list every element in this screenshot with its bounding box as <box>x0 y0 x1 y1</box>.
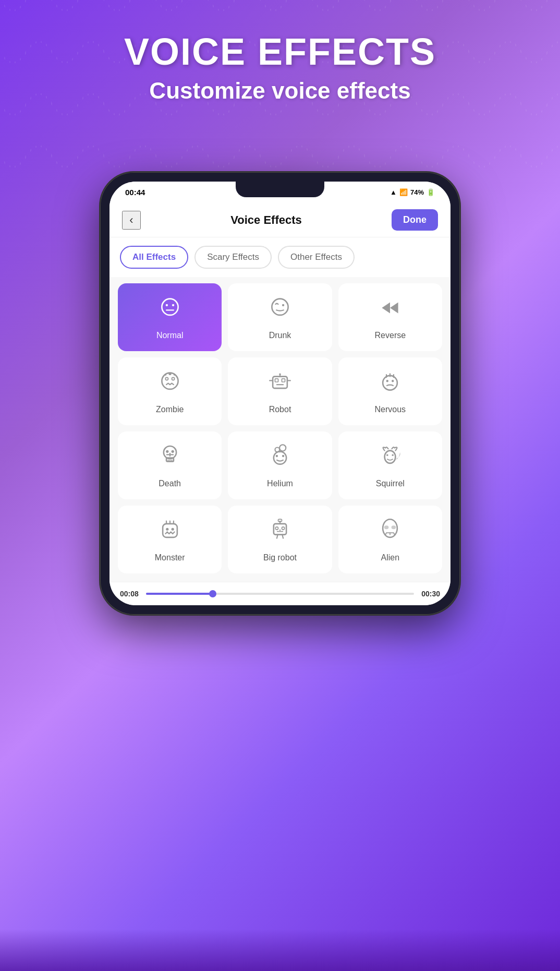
drunk-label: Drunk <box>269 331 291 340</box>
monster-icon <box>156 517 184 548</box>
alien-icon <box>376 517 404 548</box>
wifi-icon: ▲ <box>390 188 397 196</box>
svg-point-44 <box>386 454 388 456</box>
svg-point-0 <box>162 299 178 315</box>
tab-all-effects[interactable]: All Effects <box>120 246 188 269</box>
squirrel-icon <box>376 442 404 474</box>
page-bottom-gradient <box>0 929 560 971</box>
nervous-label: Nervous <box>375 405 406 414</box>
back-button[interactable]: ‹ <box>122 211 141 230</box>
svg-point-12 <box>164 374 166 375</box>
player-time-start: 00:08 <box>120 590 139 598</box>
effects-grid: Normal Drunk <box>109 277 451 582</box>
helium-icon <box>266 442 294 474</box>
reverse-label: Reverse <box>375 331 406 340</box>
svg-point-5 <box>282 304 284 306</box>
svg-point-39 <box>282 455 284 457</box>
big-robot-icon <box>266 517 294 548</box>
phone-shell: 00:44 ▲ 📶 74% 🔋 ‹ Voice Effects Done All… <box>100 172 460 615</box>
signal-icon: 📶 <box>399 188 408 196</box>
main-subtitle: Customize voice effects <box>0 78 560 104</box>
svg-rect-16 <box>282 379 285 382</box>
svg-marker-6 <box>382 303 391 314</box>
tab-scary-effects[interactable]: Scary Effects <box>194 246 272 269</box>
monster-label: Monster <box>155 553 185 562</box>
battery-icon: 🔋 <box>427 188 435 196</box>
header-section: VOICE EFFECTS Customize voice effects <box>0 31 560 104</box>
zombie-label: Zombie <box>156 405 184 414</box>
normal-label: Normal <box>156 331 184 340</box>
effect-squirrel[interactable]: Squirrel <box>338 431 442 499</box>
svg-point-9 <box>165 377 168 380</box>
status-icons: ▲ 📶 74% 🔋 <box>390 188 435 196</box>
svg-point-40 <box>275 448 279 452</box>
alien-label: Alien <box>381 553 400 562</box>
robot-label: Robot <box>269 405 291 414</box>
drunk-icon <box>266 294 294 326</box>
svg-point-2 <box>172 304 174 306</box>
svg-point-37 <box>274 451 286 464</box>
svg-point-41 <box>279 445 286 451</box>
app-title: Voice Effects <box>230 213 302 227</box>
status-time: 00:44 <box>125 188 145 197</box>
svg-point-22 <box>383 376 397 390</box>
effect-helium[interactable]: Helium <box>228 431 332 499</box>
effect-zombie[interactable]: Zombie <box>118 357 222 425</box>
phone-mockup: 00:44 ▲ 📶 74% 🔋 ‹ Voice Effects Done All… <box>100 172 460 615</box>
player-track[interactable] <box>146 593 414 595</box>
svg-point-10 <box>172 377 174 380</box>
death-label: Death <box>159 479 181 488</box>
svg-rect-61 <box>278 519 282 521</box>
svg-point-23 <box>386 380 388 382</box>
effect-alien[interactable]: Alien <box>338 506 442 573</box>
svg-point-53 <box>275 527 278 530</box>
svg-point-24 <box>392 380 394 382</box>
helium-label: Helium <box>267 479 293 488</box>
svg-marker-7 <box>390 303 398 314</box>
svg-point-8 <box>162 373 178 389</box>
svg-point-43 <box>385 451 396 463</box>
effect-drunk[interactable]: Drunk <box>228 283 332 351</box>
svg-rect-15 <box>275 379 278 382</box>
filter-tabs: All Effects Scary Effects Other Effects <box>109 237 451 277</box>
app-header: ‹ Voice Effects Done <box>109 201 451 237</box>
svg-point-28 <box>164 446 176 459</box>
done-button[interactable]: Done <box>392 209 438 231</box>
svg-point-33 <box>166 450 168 453</box>
svg-point-48 <box>171 528 174 531</box>
reverse-icon <box>376 294 404 326</box>
svg-point-64 <box>392 525 396 529</box>
svg-point-54 <box>282 527 284 530</box>
phone-notch <box>236 182 324 197</box>
robot-icon <box>266 368 294 400</box>
svg-point-34 <box>171 450 174 453</box>
player-time-end: 00:30 <box>421 590 440 598</box>
big-robot-label: Big robot <box>263 553 297 562</box>
svg-point-11 <box>168 373 171 375</box>
svg-point-4 <box>272 299 288 315</box>
nervous-icon <box>376 368 404 400</box>
zombie-icon <box>156 368 184 400</box>
death-icon <box>156 442 184 474</box>
effect-normal[interactable]: Normal <box>118 283 222 351</box>
svg-point-38 <box>276 455 278 457</box>
phone-screen: 00:44 ▲ 📶 74% 🔋 ‹ Voice Effects Done All… <box>109 182 451 605</box>
effect-death[interactable]: Death <box>118 431 222 499</box>
main-title: VOICE EFFECTS <box>0 31 560 73</box>
effect-reverse[interactable]: Reverse <box>338 283 442 351</box>
player-progress <box>146 593 213 595</box>
tab-other-effects[interactable]: Other Effects <box>278 246 355 269</box>
svg-point-45 <box>392 454 394 456</box>
effect-big-robot[interactable]: Big robot <box>228 506 332 573</box>
player-thumb[interactable] <box>209 590 216 597</box>
effect-monster[interactable]: Monster <box>118 506 222 573</box>
svg-point-63 <box>384 525 389 529</box>
svg-point-1 <box>165 304 167 306</box>
svg-line-42 <box>279 451 280 452</box>
svg-point-56 <box>279 530 281 531</box>
svg-rect-14 <box>273 377 287 389</box>
player-bar: 00:08 00:30 <box>109 582 451 605</box>
effect-robot[interactable]: Robot <box>228 357 332 425</box>
effect-nervous[interactable]: Nervous <box>338 357 442 425</box>
battery-text: 74% <box>410 188 424 196</box>
